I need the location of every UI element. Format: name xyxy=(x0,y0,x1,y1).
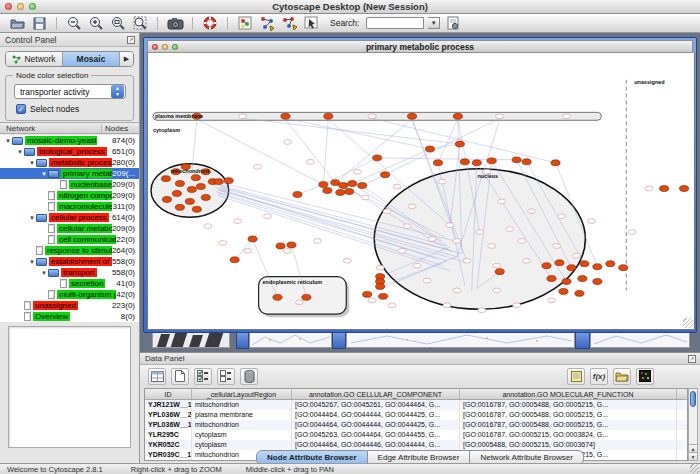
tree-row[interactable]: ▼metabolic process280(0) xyxy=(0,157,139,168)
tabs-overflow-icon[interactable]: ▶ xyxy=(120,52,133,66)
table-column-header[interactable]: _cellularLayoutRegion xyxy=(192,389,292,399)
graph-node-unselected[interactable] xyxy=(353,169,361,174)
disclosure-triangle-icon[interactable]: ▼ xyxy=(40,270,48,276)
network-view-window[interactable]: primary metabolic process plasma membran… xyxy=(143,37,697,333)
tree-row[interactable]: cellular metabo209(0) xyxy=(0,223,139,234)
graph-node[interactable] xyxy=(376,284,385,290)
window-resize-grip[interactable] xyxy=(683,318,693,328)
graph-node-unselected[interactable] xyxy=(398,248,406,253)
graph-node[interactable] xyxy=(555,260,564,266)
network-canvas[interactable]: plasma membranecytoplasmmitochondrionnuc… xyxy=(147,53,695,330)
tree-row[interactable]: response to stimul264(0) xyxy=(0,245,139,256)
graph-node[interactable] xyxy=(460,159,469,165)
vizmapper-icon[interactable] xyxy=(236,15,254,31)
disclosure-triangle-icon[interactable]: ▼ xyxy=(28,215,36,221)
network-window-titlebar[interactable]: primary metabolic process xyxy=(147,40,693,53)
zoom-fit-icon[interactable] xyxy=(109,15,127,31)
tree-row[interactable]: nucleobase-209(0) xyxy=(0,179,139,190)
graph-node[interactable] xyxy=(522,159,531,165)
graph-node-unselected[interactable] xyxy=(388,303,396,308)
graph-node-unselected[interactable] xyxy=(446,223,454,228)
graph-node-unselected[interactable] xyxy=(361,195,369,200)
attribute-table-icon[interactable] xyxy=(148,368,166,385)
graph-node[interactable] xyxy=(248,236,257,242)
tab-mosaic[interactable]: Mosaic xyxy=(63,52,120,66)
unselect-attributes-icon[interactable] xyxy=(217,368,235,385)
table-column-header[interactable]: annotation.GO CELLULAR_COMPONENT xyxy=(292,389,460,399)
graph-node-unselected[interactable] xyxy=(368,114,376,119)
attribute-matrix-icon[interactable] xyxy=(636,368,654,385)
graph-node[interactable] xyxy=(578,276,587,282)
graph-node-unselected[interactable] xyxy=(506,227,514,232)
graph-node[interactable] xyxy=(381,172,390,178)
graph-node[interactable] xyxy=(495,269,504,275)
graph-node[interactable] xyxy=(192,206,201,212)
tree-row[interactable]: Overview8(0) xyxy=(0,311,139,322)
graph-node-unselected[interactable] xyxy=(558,214,566,219)
graph-node-unselected[interactable] xyxy=(628,230,636,235)
tree-row[interactable]: secretion41(0) xyxy=(0,278,139,289)
graph-node[interactable] xyxy=(512,157,521,163)
graph-node[interactable] xyxy=(487,158,496,164)
graph-node-unselected[interactable] xyxy=(244,248,252,253)
graph-node[interactable] xyxy=(214,179,223,185)
select-attributes-icon[interactable] xyxy=(194,368,212,385)
graph-node[interactable] xyxy=(175,204,184,210)
graph-node-unselected[interactable] xyxy=(306,159,314,164)
table-row[interactable]: YKR052Ccytoplasm[GO:0044464, GO:0044446,… xyxy=(145,440,687,450)
graph-node[interactable] xyxy=(562,279,571,285)
graph-node-unselected[interactable] xyxy=(528,209,536,214)
layout-network-alt-icon[interactable] xyxy=(280,15,298,31)
disclosure-triangle-icon[interactable]: ▼ xyxy=(40,171,48,177)
search-input[interactable] xyxy=(366,17,424,29)
graph-node-unselected[interactable] xyxy=(408,204,416,209)
graph-node-unselected[interactable] xyxy=(518,239,526,244)
table-column-header[interactable]: ID xyxy=(145,389,192,399)
graph-node[interactable] xyxy=(230,257,239,263)
table-row[interactable]: YLR295Ccytoplasm[GO:0045263, GO:0044464,… xyxy=(145,430,687,440)
graph-node-unselected[interactable] xyxy=(393,184,401,189)
layout-network-icon[interactable] xyxy=(258,15,276,31)
graph-node-unselected[interactable] xyxy=(572,253,580,258)
graph-node[interactable] xyxy=(580,261,589,267)
table-row[interactable]: YJR121W__1mitochondrion[GO:0045267, GO:0… xyxy=(145,400,687,410)
node-color-dropdown[interactable]: transporter activity ▲▼ xyxy=(14,84,126,99)
graph-node-unselected[interactable] xyxy=(476,230,484,235)
graph-node[interactable] xyxy=(559,288,568,294)
graph-node[interactable] xyxy=(679,186,688,192)
search-dropdown-icon[interactable]: ▼ xyxy=(428,17,440,29)
graph-node-unselected[interactable] xyxy=(548,298,556,303)
graph-node-unselected[interactable] xyxy=(478,308,486,313)
graph-node[interactable] xyxy=(551,160,560,166)
graph-node[interactable] xyxy=(196,184,205,190)
graph-node-unselected[interactable] xyxy=(645,186,653,191)
graph-node-unselected[interactable] xyxy=(254,164,262,169)
graph-node-unselected[interactable] xyxy=(368,298,376,303)
graph-node[interactable] xyxy=(379,293,388,299)
graph-node-unselected[interactable] xyxy=(264,214,272,219)
graph-edge[interactable] xyxy=(385,118,500,174)
graph-edge[interactable] xyxy=(243,118,460,144)
graph-node[interactable] xyxy=(276,243,285,249)
notepad-icon[interactable] xyxy=(567,368,585,385)
delete-attribute-icon[interactable] xyxy=(240,368,258,385)
graph-node-unselected[interactable] xyxy=(219,241,227,246)
tree-row[interactable]: ▼transport558(0) xyxy=(0,267,139,278)
disclosure-triangle-icon[interactable]: ▼ xyxy=(4,138,12,144)
graph-node-unselected[interactable] xyxy=(498,199,506,204)
graph-node-unselected[interactable] xyxy=(428,237,436,242)
graph-node-unselected[interactable] xyxy=(313,239,321,244)
disclosure-triangle-icon[interactable]: ▼ xyxy=(28,160,36,166)
graph-node-unselected[interactable] xyxy=(284,248,292,253)
tab-network[interactable]: Network xyxy=(6,52,63,66)
graph-node[interactable] xyxy=(324,113,333,119)
disclosure-triangle-icon[interactable]: ▼ xyxy=(28,259,36,265)
graph-node[interactable] xyxy=(358,183,367,189)
graph-node[interactable] xyxy=(425,146,434,152)
graph-node-unselected[interactable] xyxy=(488,244,496,249)
graph-node[interactable] xyxy=(407,113,416,119)
graph-node-unselected[interactable] xyxy=(493,288,501,293)
import-folder-icon[interactable] xyxy=(613,368,631,385)
graph-node-unselected[interactable] xyxy=(463,258,471,263)
zoom-out-icon[interactable] xyxy=(65,15,83,31)
